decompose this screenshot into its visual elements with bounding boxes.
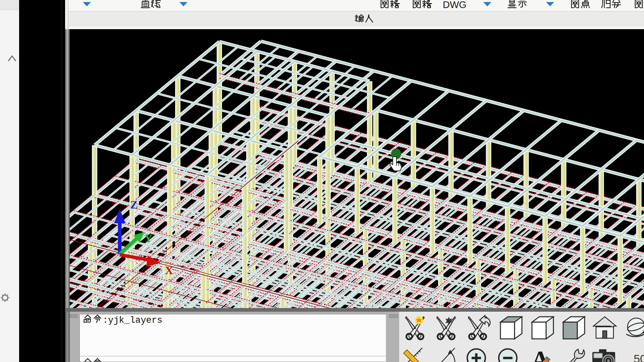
svg-text:X: X	[165, 264, 173, 277]
svg-text:DWG: DWG	[443, 0, 467, 10]
svg-text:Z: Z	[130, 198, 138, 211]
svg-text::yjk_layers: :yjk_layers	[103, 315, 162, 325]
svg-text:500: 500	[634, 352, 644, 362]
svg-text:Y: Y	[144, 232, 153, 244]
